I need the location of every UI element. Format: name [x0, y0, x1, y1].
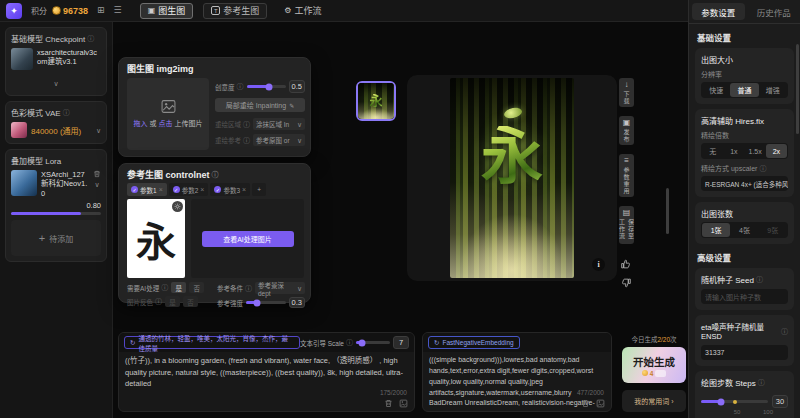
tab-parameters[interactable]: 参数设置 [692, 3, 745, 20]
generated-image[interactable]: 永 [450, 78, 574, 278]
resolution-normal[interactable]: 普通 [730, 83, 758, 97]
inpainting-button[interactable]: 局部重绘 Inpainting ✎ [215, 98, 305, 112]
info-icon[interactable]: ⓘ [759, 165, 766, 172]
add-lora-button[interactable]: + 待添加 [11, 220, 101, 256]
vae-thumbnail[interactable] [11, 122, 27, 138]
controlnet-tab-2[interactable]: ✓参数2× [169, 183, 209, 196]
batch-4[interactable]: 4张 [730, 223, 758, 237]
menu-icon[interactable]: ☰ [114, 6, 122, 15]
app-logo-icon[interactable]: ✦ [6, 3, 22, 19]
save-image-icon[interactable] [596, 399, 605, 408]
batch-9[interactable]: 9张 [759, 223, 787, 237]
or-label: 或 [150, 120, 157, 127]
trash-icon[interactable] [93, 170, 101, 178]
info-icon[interactable]: ⓘ [155, 298, 162, 305]
close-icon[interactable]: × [200, 186, 204, 193]
upscale-1-5x[interactable]: 1.5x [745, 144, 766, 158]
cfg-scale-slider[interactable] [356, 341, 390, 344]
lora-name[interactable]: XSArchi_127新科幻Neov1.0 [41, 170, 89, 198]
inpaint-ref-select[interactable]: 参考原图 or∨ [253, 134, 305, 146]
favorite-prompts-button[interactable]: 我的常用词 › [622, 390, 686, 412]
negative-tag-pill[interactable]: ↻ FastNegativeEmbedding [428, 336, 520, 349]
image-info-icon[interactable]: i [592, 258, 605, 271]
upscale-none[interactable]: 无 [702, 144, 723, 158]
upscaler-select[interactable]: R-ESRGAN 4x+ (适合多种风∨ [701, 176, 788, 191]
save-icon: ▤ [623, 209, 631, 217]
trash-icon[interactable] [384, 399, 393, 408]
steps-label: 绘图步数 Steps [701, 377, 756, 388]
trash-icon[interactable] [581, 399, 590, 408]
tab-history[interactable]: 历史作品 [748, 0, 800, 23]
info-icon[interactable]: ⓘ [756, 276, 763, 283]
resolution-label: 分辨率 [701, 69, 722, 79]
info-icon[interactable]: ⓘ [87, 35, 94, 42]
tab-controlnet[interactable]: T 参考生图 [203, 3, 267, 19]
cfg-scale-value[interactable]: 7 [393, 336, 409, 349]
resolution-enhanced[interactable]: 增强 [759, 83, 787, 97]
close-icon[interactable]: × [242, 186, 246, 193]
info-icon[interactable]: ⓘ [243, 121, 250, 128]
info-icon[interactable]: ⓘ [212, 171, 219, 178]
chevron-down-icon[interactable]: ∨ [94, 181, 99, 188]
seed-input[interactable]: 请输入图片种子数 [701, 289, 788, 304]
thumbs-down-icon[interactable] [620, 277, 632, 289]
generate-button[interactable]: 开始生成 4 [622, 347, 686, 383]
denoise-value[interactable]: 0.5 [289, 80, 305, 93]
canvas-scrollbar[interactable] [666, 188, 669, 234]
gear-icon[interactable] [172, 201, 183, 212]
denoise-slider[interactable] [247, 85, 286, 88]
chevron-down-icon[interactable]: ∨ [96, 127, 101, 134]
ai-process-no-button[interactable]: 否 [189, 282, 204, 293]
workflow-icon: ⚙ [284, 7, 291, 15]
steps-slider[interactable] [701, 400, 768, 403]
prompt-tag-pill[interactable]: ↻ 通透的竹林，轻盈，唯美，太阳光，肖像，杰作，最佳质量 [124, 336, 300, 349]
vae-value[interactable]: 840000 (通用) [31, 125, 81, 136]
sidebar-scrollbar[interactable] [796, 44, 799, 134]
resolution-fast[interactable]: 快速 [702, 83, 730, 97]
reuse-params-button[interactable]: ≡ 参数重用 [619, 154, 634, 197]
ensd-input[interactable]: 31337 [701, 345, 788, 360]
strength-value[interactable]: 0.3 [289, 297, 305, 308]
save-to-workflow-button[interactable]: ▤ 保存至工作流 [619, 206, 634, 244]
tab-img2img[interactable]: ▣ 图生图 [140, 3, 194, 19]
positive-prompt-input[interactable]: ((竹子)), in a blooming garden, (fresh and… [119, 352, 414, 393]
info-icon[interactable]: ⓘ [63, 109, 70, 116]
info-icon[interactable]: ⓘ [237, 83, 244, 90]
lora-weight-slider[interactable] [11, 212, 101, 215]
info-icon[interactable]: ⓘ [243, 137, 250, 144]
upscale-1x[interactable]: 1x [723, 144, 744, 158]
strength-slider[interactable] [246, 301, 286, 304]
download-button[interactable]: ↓ 下载 [619, 78, 634, 107]
info-icon[interactable]: ⓘ [161, 284, 168, 291]
inpaint-area-select[interactable]: 涂抹区域 In∨ [253, 118, 305, 130]
checkpoint-name[interactable]: xsarchitecturalv3com建筑v3.1 [37, 48, 101, 67]
view-ai-image-button[interactable]: 查看AI处理图片 [202, 231, 294, 247]
info-icon[interactable]: ⓘ [245, 285, 252, 292]
ai-process-yes-button[interactable]: 是 [171, 282, 186, 293]
tab-workflow[interactable]: ⚙ 工作流 [277, 3, 328, 19]
close-icon[interactable]: × [159, 186, 163, 193]
checkpoint-thumbnail[interactable] [11, 48, 33, 70]
upload-dropzone[interactable]: 拖入 或 点击 上传图片 [127, 78, 209, 150]
result-thumbnail[interactable]: 永 [356, 81, 396, 121]
controlnet-tab-3[interactable]: ✓参数3× [210, 183, 250, 196]
info-icon[interactable]: ⓘ [781, 328, 788, 335]
invert-yes-button[interactable]: 是 [165, 296, 180, 307]
denoise-label: 创意度 [215, 82, 235, 92]
publish-button[interactable]: ▣ 发布 [619, 116, 634, 145]
lora-thumbnail[interactable] [11, 170, 37, 196]
invert-no-button[interactable]: 否 [183, 296, 198, 307]
chevron-down-icon[interactable]: ∨ [53, 80, 58, 87]
controlnet-reference-image[interactable]: 永 [127, 199, 185, 278]
batch-1[interactable]: 1张 [702, 223, 730, 237]
apps-grid-icon[interactable]: ⊞ [97, 6, 105, 15]
save-image-icon[interactable] [399, 399, 408, 408]
add-controlnet-tab-button[interactable]: + [252, 183, 266, 196]
info-icon[interactable]: ⓘ [758, 379, 765, 386]
controlnet-tab-1[interactable]: ✓参数1× [127, 183, 167, 196]
steps-value[interactable]: 30 [772, 395, 788, 408]
thumbs-up-icon[interactable] [620, 258, 632, 270]
condition-select[interactable]: 参考景深 dept∨ [255, 282, 305, 294]
upscale-2x[interactable]: 2x [766, 144, 787, 158]
info-icon[interactable]: ⓘ [346, 339, 353, 346]
